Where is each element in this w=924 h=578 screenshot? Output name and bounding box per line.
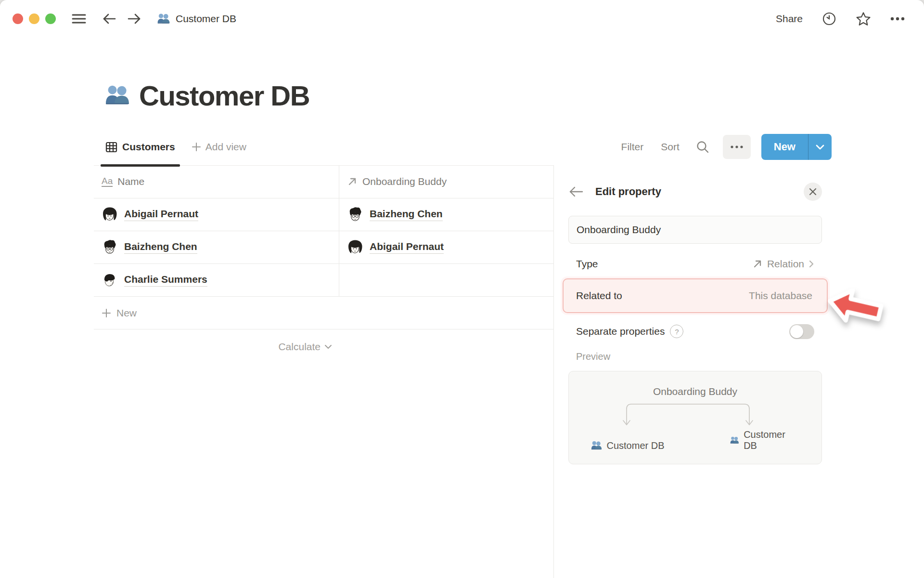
back-arrow-icon[interactable] (102, 13, 116, 25)
traffic-lights (13, 13, 56, 24)
close-icon (808, 187, 817, 196)
preview-target-database-label: Customer DB (744, 429, 791, 451)
table-row: Charlie Summers (94, 264, 553, 297)
new-row-button[interactable]: New (94, 297, 553, 329)
database-table: Aa Name Onboarding Buddy Abigail Pernaut… (94, 165, 553, 364)
add-view-button[interactable]: Add view (192, 141, 246, 153)
search-icon[interactable] (696, 140, 709, 154)
column-header-name[interactable]: Aa Name (94, 165, 339, 198)
text-property-icon: Aa (102, 176, 113, 187)
separate-properties-toggle-off[interactable] (789, 324, 814, 339)
panel-header: Edit property (568, 182, 822, 202)
add-view-label: Add view (205, 141, 246, 153)
relation-link[interactable]: Baizheng Chen (370, 208, 443, 221)
relation-link[interactable]: Abigail Pernaut (370, 241, 444, 254)
buddy-cell[interactable]: Abigail Pernaut (339, 231, 553, 263)
relation-preview-card: Onboarding Buddy Customer DB Customer DB (568, 371, 822, 464)
name-cell[interactable]: Baizheng Chen (94, 231, 339, 263)
plus-icon (102, 308, 111, 318)
forward-arrow-icon[interactable] (127, 13, 141, 25)
buddy-cell[interactable]: Baizheng Chen (339, 198, 553, 231)
close-window-button[interactable] (13, 13, 23, 24)
zoom-window-button[interactable] (45, 13, 56, 24)
type-value: Relation (767, 258, 804, 270)
name-cell[interactable]: Charlie Summers (94, 264, 339, 296)
avatar-abigail (102, 207, 118, 223)
filter-button[interactable]: Filter (621, 141, 644, 153)
preview-source-database-label: Customer DB (606, 440, 664, 451)
new-record-button[interactable]: New (761, 134, 808, 160)
toggle-knob (790, 325, 803, 338)
help-icon[interactable]: ? (670, 325, 683, 338)
page-link[interactable]: Baizheng Chen (124, 241, 197, 254)
separate-properties-label: Separate properties (576, 326, 665, 337)
relation-preview-connector (569, 401, 822, 431)
view-toolbar: Customers Add view Filter Sort New (94, 129, 832, 166)
property-name-input[interactable] (568, 216, 822, 244)
property-type-row[interactable]: Type Relation (568, 250, 822, 277)
breadcrumb[interactable]: Customer DB (157, 12, 236, 26)
avatar-charlie (102, 272, 118, 289)
app-window: Customer DB Share Customer DB Customers (0, 0, 924, 578)
tab-customers[interactable]: Customers (101, 129, 180, 165)
people-icon (157, 12, 170, 26)
table-row: Baizheng Chen Abigail Pernaut (94, 231, 553, 264)
page-link[interactable]: Charlie Summers (124, 274, 207, 287)
table-header-row: Aa Name Onboarding Buddy (94, 165, 553, 198)
separate-properties-row[interactable]: Separate properties ? (568, 318, 822, 345)
view-more-options-button[interactable] (723, 135, 751, 159)
titlebar: Customer DB Share (0, 0, 924, 38)
preview-label: Preview (576, 351, 610, 362)
new-record-split-button: New (761, 134, 832, 160)
table-row: Abigail Pernaut Baizheng Chen (94, 198, 553, 231)
buddy-cell-empty[interactable] (339, 264, 553, 296)
page-title: Customer DB (104, 76, 309, 115)
breadcrumb-label: Customer DB (176, 13, 236, 25)
people-icon (104, 82, 130, 108)
calculate-button[interactable]: Calculate (94, 329, 339, 364)
avatar-baizheng (102, 239, 118, 256)
column-header-name-label: Name (117, 176, 144, 187)
new-row-label: New (116, 307, 137, 319)
chevron-right-icon (808, 260, 814, 268)
related-to-value: This database (749, 290, 812, 302)
panel-title: Edit property (595, 185, 661, 198)
avatar-abigail (347, 239, 363, 256)
sort-button[interactable]: Sort (661, 141, 680, 153)
preview-source-database: Customer DB (590, 440, 664, 451)
avatar-baizheng (347, 207, 363, 223)
chevron-down-icon (324, 344, 332, 349)
related-to-label: Related to (576, 290, 622, 302)
favorite-star-icon[interactable] (856, 12, 871, 26)
edit-property-panel: Edit property Type Relation Related to T… (554, 165, 924, 578)
people-icon (590, 440, 602, 451)
titlebar-actions: Share (776, 0, 905, 38)
column-header-buddy[interactable]: Onboarding Buddy (339, 165, 553, 198)
panel-back-icon[interactable] (568, 186, 584, 197)
people-icon (730, 434, 740, 446)
table-view-icon (105, 141, 117, 153)
related-to-row-highlighted[interactable]: Related to This database (563, 278, 828, 313)
relation-arrow-icon (347, 176, 358, 187)
panel-close-button[interactable] (804, 183, 822, 201)
column-header-buddy-label: Onboarding Buddy (362, 176, 447, 187)
sidebar-menu-icon[interactable] (71, 13, 87, 25)
new-record-dropdown-button[interactable] (808, 134, 832, 160)
annotation-pointer-arrow (821, 281, 887, 336)
share-button[interactable]: Share (776, 13, 803, 25)
preview-property-name: Onboarding Buddy (569, 386, 821, 397)
minimize-window-button[interactable] (29, 13, 39, 24)
type-label: Type (576, 258, 598, 270)
calculate-label: Calculate (278, 341, 321, 353)
view-controls: Filter Sort New (621, 134, 832, 160)
updates-clock-icon[interactable] (822, 12, 836, 26)
page-link[interactable]: Abigail Pernaut (124, 208, 198, 221)
preview-target-database: Customer DB (730, 429, 791, 451)
name-cell[interactable]: Abigail Pernaut (94, 198, 339, 231)
more-options-icon[interactable] (890, 17, 905, 21)
page-title-text[interactable]: Customer DB (139, 79, 309, 112)
tab-customers-label: Customers (122, 141, 175, 153)
chevron-down-icon (815, 144, 825, 150)
plus-icon (192, 142, 201, 152)
main-area: Aa Name Onboarding Buddy Abigail Pernaut… (0, 165, 924, 578)
